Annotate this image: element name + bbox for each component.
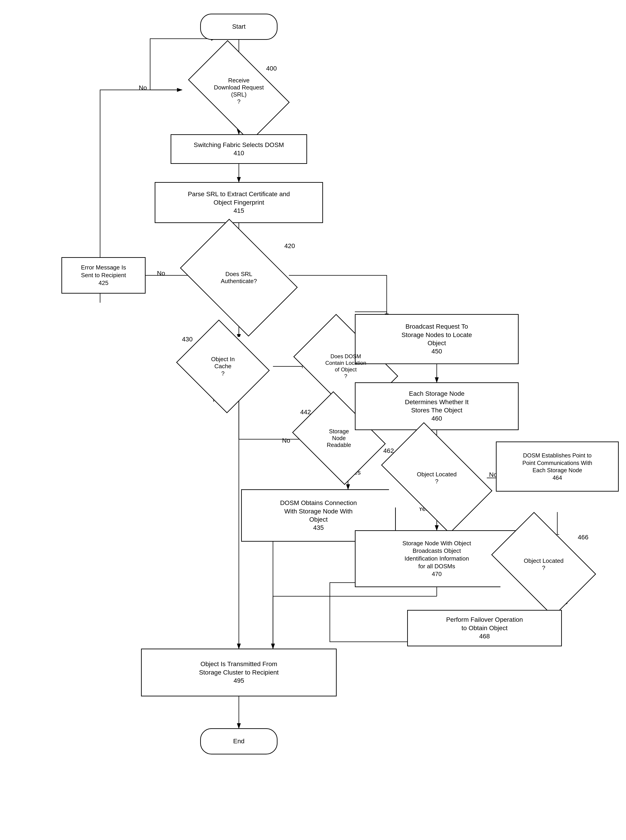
label-no-d420: No: [157, 270, 165, 277]
box-460: Each Storage NodeDetermines Whether ItSt…: [355, 382, 519, 430]
box-464: DOSM Establishes Point toPoint Communica…: [496, 442, 619, 492]
box-425: Error Message IsSent to Recipient425: [61, 257, 146, 293]
box-415: Parse SRL to Extract Certificate andObje…: [155, 182, 323, 223]
box-410: Switching Fabric Selects DOSM410: [171, 134, 307, 164]
diamond-462: Object Located?: [382, 446, 491, 510]
diamond-430: Object InCache?: [180, 335, 266, 398]
box-468: Perform Failover Operationto Obtain Obje…: [407, 610, 562, 646]
label-no-d400: No: [139, 84, 147, 91]
label-430-num: 430: [182, 336, 192, 343]
label-420-num: 420: [284, 242, 295, 250]
label-462-num: 462: [383, 447, 394, 454]
label-400: 400: [266, 65, 277, 72]
box-450: Broadcast Request ToStorage Nodes to Loc…: [355, 314, 519, 364]
label-466-num: 466: [578, 534, 588, 541]
start-node: Start: [200, 14, 277, 40]
box-470: Storage Node With ObjectBroadcasts Objec…: [355, 530, 519, 587]
diamond-466: Object Located?: [496, 533, 592, 596]
label-no-d442: No: [282, 437, 290, 444]
flowchart-diagram: No Yes No Yes No Yes No Yes No Yes Yes N…: [0, 0, 626, 840]
diamond-420: Does SRLAuthenticate?: [182, 241, 296, 314]
label-442-num: 442: [300, 409, 311, 416]
end-node: End: [200, 728, 277, 754]
box-495: Object Is Transmitted FromStorage Cluste…: [141, 649, 336, 696]
diamond-400: ReceiveDownload Request(SRL)?: [182, 61, 296, 121]
